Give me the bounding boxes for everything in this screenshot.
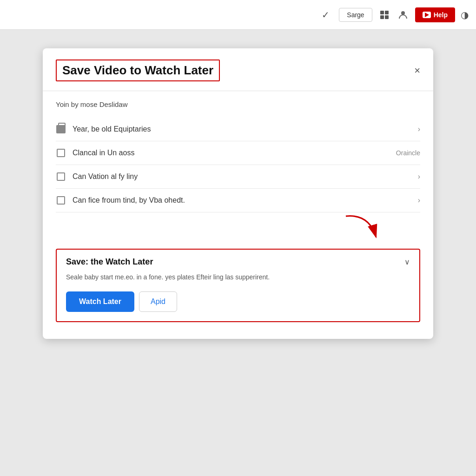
help-label: Help bbox=[434, 11, 448, 19]
red-arrow-icon bbox=[341, 212, 383, 246]
dialog-body: Yoin by mose Deslidaw Year, be old Equip… bbox=[43, 91, 433, 339]
chevron-down-icon[interactable]: ∨ bbox=[404, 258, 410, 266]
chevron-right-icon: › bbox=[418, 172, 420, 181]
chevron-right-icon: › bbox=[418, 196, 420, 205]
help-button[interactable]: Help bbox=[415, 7, 455, 22]
dialog: Save Video to Watch Later × Yoin by mose… bbox=[43, 48, 433, 339]
youtube-icon bbox=[423, 12, 431, 18]
watch-later-button[interactable]: Watch Later bbox=[66, 291, 134, 312]
list-item[interactable]: Can Vation al fy liny › bbox=[56, 165, 420, 189]
checkbox-icon[interactable] bbox=[56, 148, 66, 158]
person-icon[interactable] bbox=[397, 8, 410, 21]
expanded-title: Save: the Watch Later bbox=[66, 257, 153, 267]
expanded-section: Save: the Watch Later ∨ Seale baby start… bbox=[56, 249, 420, 322]
list-item[interactable]: Clancal in Un aoss Oraincle bbox=[56, 141, 420, 165]
dialog-title: Save Video to Watch Later bbox=[56, 60, 220, 81]
partial-circle-icon: ◑ bbox=[461, 9, 469, 20]
svg-rect-1 bbox=[385, 11, 389, 14]
list-item-text: Can Vation al fy liny bbox=[73, 172, 411, 181]
expanded-description: Seale baby start me.eo. in a fone. yes p… bbox=[66, 272, 410, 282]
subtitle: Yoin by mose Deslidaw bbox=[56, 100, 420, 108]
svg-rect-0 bbox=[380, 11, 384, 14]
expanded-header: Save: the Watch Later ∨ bbox=[66, 257, 410, 267]
close-button[interactable]: × bbox=[414, 66, 420, 76]
svg-point-4 bbox=[401, 11, 405, 15]
list-item[interactable]: Year, be old Equiptaries › bbox=[56, 118, 420, 141]
name-button[interactable]: Sarge bbox=[339, 8, 372, 22]
briefcase-icon bbox=[56, 124, 66, 134]
apid-button[interactable]: Apid bbox=[139, 291, 177, 312]
grid-icon[interactable] bbox=[378, 8, 391, 21]
button-row: Watch Later Apid bbox=[66, 291, 410, 312]
main-area: Save Video to Watch Later × Yoin by mose… bbox=[0, 30, 476, 476]
chevron-right-icon: › bbox=[418, 125, 420, 133]
svg-rect-3 bbox=[385, 15, 389, 19]
dialog-header: Save Video to Watch Later × bbox=[43, 48, 433, 91]
list-item-text: Year, be old Equiptaries bbox=[73, 125, 411, 133]
check-icon: ✓ bbox=[322, 9, 330, 20]
list-item-text: Clancal in Un aoss bbox=[73, 149, 390, 157]
list-item[interactable]: Can fice froum tind, by Vba ohedt. › bbox=[56, 189, 420, 212]
arrow-container bbox=[56, 216, 420, 244]
list-item-text: Can fice froum tind, by Vba ohedt. bbox=[73, 196, 411, 205]
list-item-badge: Oraincle bbox=[396, 149, 420, 157]
svg-rect-2 bbox=[380, 15, 384, 19]
checkbox-icon[interactable] bbox=[56, 172, 66, 182]
top-bar: ✓ Sarge Help ◑ bbox=[0, 0, 476, 30]
checkbox-icon[interactable] bbox=[56, 195, 66, 205]
